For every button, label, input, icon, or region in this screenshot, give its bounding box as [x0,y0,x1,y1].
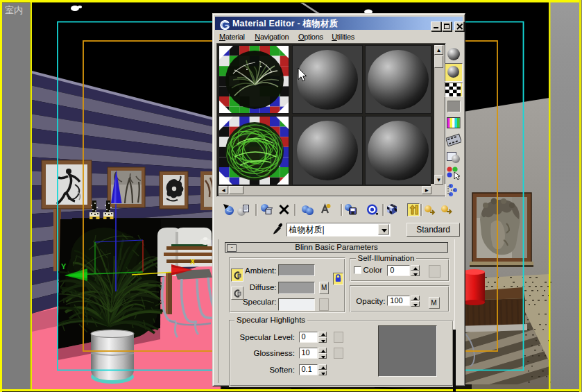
svg-text:Y: Y [61,262,67,271]
svg-text:室内: 室内 [5,5,23,15]
svg-text:X: X [190,257,196,266]
